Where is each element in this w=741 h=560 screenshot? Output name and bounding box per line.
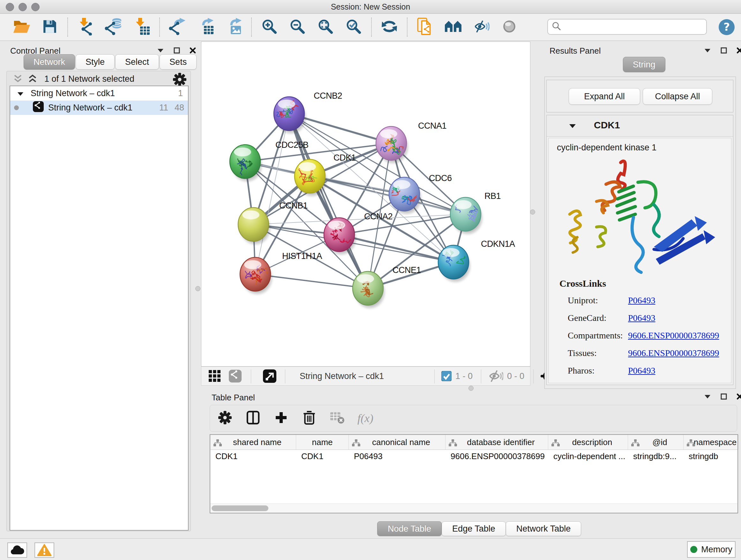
network-canvas[interactable]: CCNB2 CCNA1 CDC25B CDK1 CDC6 RB1 CCNB1	[201, 42, 530, 367]
table-cell[interactable]: cyclin-dependent ...	[548, 449, 628, 463]
zoom-fit-icon	[317, 18, 334, 36]
table-cell[interactable]: CDK1	[210, 449, 296, 463]
tab-node-table[interactable]: Node Table	[377, 521, 442, 536]
network-row[interactable]: String Network – cdk1 11 48	[10, 101, 188, 115]
open-session-button[interactable]	[8, 17, 36, 37]
first-neighbors-button[interactable]	[375, 17, 403, 37]
table-options-button[interactable]	[216, 409, 234, 428]
section-collapse-triangle-icon[interactable]	[569, 124, 576, 130]
show-all-button[interactable]	[495, 17, 523, 37]
crosslink-link[interactable]: P06493	[628, 313, 656, 323]
selected-checkbox-icon[interactable]	[441, 367, 452, 385]
table-cell[interactable]: 9606.ENSP00000378699	[446, 449, 548, 463]
table-cell[interactable]: CDK1	[296, 449, 349, 463]
node-label-CCNB2: CCNB2	[314, 91, 342, 101]
control-panel-float-icon[interactable]	[174, 47, 180, 55]
tab-network[interactable]: Network	[23, 54, 75, 70]
table-panel-close-icon[interactable]	[737, 393, 741, 401]
expand-all-button[interactable]: Expand All	[569, 88, 640, 105]
memory-button[interactable]: Memory	[687, 541, 736, 558]
grid-view-icon[interactable]	[208, 367, 221, 385]
results-panel-title: Results Panel	[549, 46, 601, 56]
save-session-button[interactable]	[36, 17, 64, 37]
crosslink-label: Pharos:	[568, 366, 595, 376]
scrollbar-thumb[interactable]	[212, 505, 268, 511]
cloud-button[interactable]	[7, 543, 27, 558]
export-table-button[interactable]	[192, 17, 219, 37]
export-network-icon	[168, 17, 187, 37]
network-status-dot-icon	[14, 105, 19, 110]
column-header-database-identifier[interactable]: database identifier	[446, 435, 548, 449]
column-header-description[interactable]: description	[548, 435, 628, 449]
export-image-button[interactable]	[219, 17, 248, 37]
crosslink-link[interactable]: 9606.ENSP00000378699	[628, 348, 719, 358]
results-panel-menu-icon[interactable]	[704, 48, 711, 54]
column-header--id[interactable]: @id	[628, 435, 684, 449]
tab-network-table[interactable]: Network Table	[506, 521, 582, 536]
create-column-button[interactable]	[272, 409, 290, 428]
crosslink-link[interactable]: P06493	[628, 295, 656, 306]
table-cell[interactable]: P06493	[349, 449, 446, 463]
tab-style[interactable]: Style	[76, 54, 115, 70]
results-panel-close-icon[interactable]	[737, 47, 741, 55]
warnings-button[interactable]	[35, 543, 54, 558]
column-header-namespace[interactable]: namespace	[684, 435, 739, 449]
tab-string[interactable]: String	[623, 57, 665, 72]
column-header-name[interactable]: name	[296, 435, 349, 449]
bottom-splitter-handle[interactable]	[468, 386, 474, 391]
import-network-from-database-button[interactable]	[99, 17, 128, 37]
right-splitter-handle[interactable]	[530, 209, 535, 214]
string-home-button[interactable]	[439, 17, 467, 37]
collapse-all-button[interactable]: Collapse All	[643, 88, 712, 105]
tab-select[interactable]: Select	[115, 54, 159, 70]
column-header-canonical-name[interactable]: canonical name	[349, 435, 446, 449]
help-button[interactable]: ?	[718, 18, 735, 37]
toolbar-separator	[367, 17, 375, 37]
import-network-icon	[76, 17, 95, 37]
crosslink-link[interactable]: 9606.ENSP00000378699	[628, 330, 719, 341]
open-in-window-icon[interactable]	[263, 367, 276, 385]
edge-CCNB2-HIST1H1A	[255, 114, 289, 274]
search-icon	[552, 21, 561, 32]
control-panel-menu-icon[interactable]	[157, 48, 164, 54]
node-table: shared name name canonical name database…	[210, 434, 738, 513]
tab-sets[interactable]: Sets	[159, 54, 197, 70]
column-header-shared-name[interactable]: shared name	[210, 435, 296, 449]
zoom-in-button[interactable]	[255, 17, 283, 37]
control-panel-close-icon[interactable]	[190, 47, 196, 55]
window-title: Session: New Session	[0, 0, 741, 13]
import-table-from-file-button[interactable]	[128, 17, 156, 37]
table-panel-float-icon[interactable]	[721, 393, 727, 401]
table-horizontal-scrollbar[interactable]	[210, 503, 738, 513]
toolbar-separator	[64, 17, 71, 37]
protein-description: cyclin-dependent kinase 1	[557, 143, 657, 152]
zoom-fit-button[interactable]	[312, 17, 340, 37]
network-view-toolbar: String Network – cdk1 1 - 0 0 - 0	[201, 367, 530, 386]
zoom-out-button[interactable]	[283, 17, 312, 37]
search-input[interactable]	[561, 22, 700, 32]
save-icon	[42, 19, 57, 36]
hidden-eye-slash-icon	[488, 367, 503, 385]
tree-expand-triangle-icon[interactable]	[17, 88, 23, 98]
delete-column-button[interactable]	[300, 409, 319, 428]
table-cell[interactable]: stringdb:9...	[628, 449, 684, 463]
zoom-selected-button[interactable]	[340, 17, 367, 37]
table-cell[interactable]: stringdb	[684, 449, 739, 463]
toolbar-separator	[403, 17, 411, 37]
open-string-web-button[interactable]	[411, 17, 439, 37]
results-panel-float-icon[interactable]	[721, 47, 727, 55]
left-splitter-handle[interactable]	[195, 286, 200, 291]
export-network-button[interactable]	[163, 17, 192, 37]
doc-share-icon	[417, 17, 433, 37]
crosslink-label: Tissues:	[568, 348, 597, 358]
network-collection-row[interactable]: String Network – cdk1 1	[10, 86, 188, 101]
string-network-badge-icon[interactable]	[229, 367, 242, 385]
crosslink-link[interactable]: P06493	[628, 366, 656, 376]
table-panel-menu-icon[interactable]	[704, 394, 711, 400]
tab-edge-table[interactable]: Edge Table	[442, 521, 506, 536]
hide-selected-button[interactable]	[467, 17, 495, 37]
protein-section-header[interactable]: CDK1	[547, 115, 733, 137]
import-network-from-file-button[interactable]	[71, 17, 99, 37]
show-columns-button[interactable]	[244, 409, 262, 428]
network-label: String Network – cdk1	[48, 103, 132, 113]
